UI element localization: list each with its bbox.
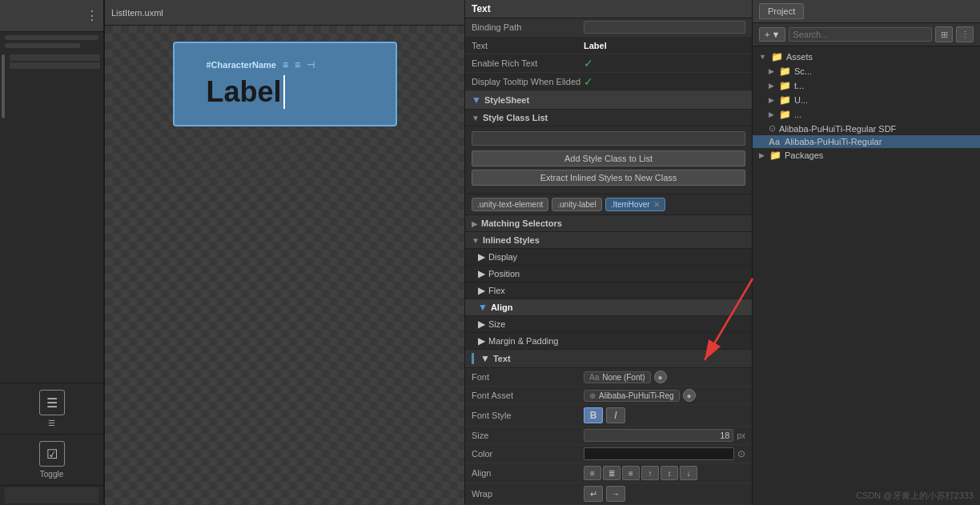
assets-folder[interactable]: ▼ 📁 Assets bbox=[753, 50, 980, 64]
wrap-btn-1[interactable]: ↵ bbox=[584, 486, 603, 502]
bold-toggle-btn[interactable]: B bbox=[584, 407, 603, 423]
project-options-btn[interactable]: ⋮ bbox=[956, 26, 974, 42]
add-style-class-btn[interactable]: Add Style Class to List bbox=[472, 150, 745, 166]
align-left-btn[interactable]: ≡ bbox=[584, 466, 601, 480]
align-right-btn[interactable]: ≡ bbox=[622, 466, 640, 480]
size-input[interactable] bbox=[584, 429, 733, 442]
margin-padding-header[interactable]: ▶ Margin & Padding bbox=[465, 333, 752, 349]
color-value: ⊙ bbox=[584, 447, 745, 460]
eyedropper-icon[interactable]: ⊙ bbox=[737, 448, 745, 459]
stylesheet-header[interactable]: ▼ StyleSheet bbox=[465, 91, 752, 110]
canvas-preview[interactable]: #CharacterName ≡ ≡ ⊣ Label bbox=[105, 26, 464, 505]
binding-path-value bbox=[584, 21, 745, 34]
element-header: #CharacterName ≡ ≡ ⊣ bbox=[207, 59, 315, 70]
font-value: Aa None (Font) ● bbox=[584, 371, 745, 383]
class-tag-close-icon[interactable]: ✕ bbox=[653, 200, 660, 209]
italic-toggle-btn[interactable]: I bbox=[606, 407, 625, 423]
style-class-list-header[interactable]: ▼ Style Class List bbox=[465, 110, 752, 126]
display-header[interactable]: ▶ Display bbox=[465, 249, 752, 265]
align-center-btn[interactable]: ≣ bbox=[603, 466, 621, 480]
dots-menu-icon[interactable]: ⋮ bbox=[86, 8, 98, 23]
canvas-filename: ListItem.uxml bbox=[111, 8, 163, 18]
align-bot-btn[interactable]: ↓ bbox=[680, 466, 697, 480]
align-row: Align ≡ ≣ ≡ ↑ ↕ ↓ bbox=[465, 463, 752, 483]
assets-child-4[interactable]: ▶ 📁 ... bbox=[753, 107, 980, 122]
project-add-chevron: ▼ bbox=[771, 30, 780, 39]
size-title: Size bbox=[488, 319, 505, 329]
watermark-text: CSDN @牙膏上的小苏打2333 bbox=[753, 483, 980, 505]
align-mid-btn[interactable]: ↕ bbox=[661, 466, 678, 480]
display-subsection: ▶ Display bbox=[465, 249, 752, 266]
align-icon-1: ≡ bbox=[283, 59, 288, 70]
flex-title: Flex bbox=[488, 286, 505, 295]
listview-tab[interactable]: ☰ ☰ bbox=[0, 383, 103, 435]
alibaba-font-label: Alibaba-PuHuiTi-Regular bbox=[785, 137, 882, 146]
text-section-chevron: ▼ bbox=[480, 353, 490, 364]
project-tree[interactable]: ▼ 📁 Assets ▶ 📁 Sc... ▶ 📁 t... ▶ 📁 U... ▶ bbox=[753, 46, 980, 483]
project-tab[interactable]: Project bbox=[759, 3, 804, 19]
class-tag-unity-text[interactable]: .unity-text-element bbox=[472, 198, 548, 211]
child4-folder-icon: 📁 bbox=[779, 109, 791, 120]
position-header[interactable]: ▶ Position bbox=[465, 266, 752, 282]
inlined-styles-header[interactable]: ▼ Inlined Styles bbox=[465, 232, 752, 249]
wrap-row: Wrap ↵ → bbox=[465, 483, 752, 505]
toggle-tab[interactable]: ☑ Toggle bbox=[0, 435, 103, 486]
class-tag-itemhover[interactable]: .ItemHover ✕ bbox=[605, 198, 665, 211]
font-circle-btn[interactable]: ● bbox=[654, 371, 667, 383]
matching-selectors-header[interactable]: ▶ Matching Selectors bbox=[465, 215, 752, 232]
color-row: Color ⊙ bbox=[465, 445, 752, 463]
align-chevron: ▼ bbox=[478, 302, 488, 313]
label-element[interactable]: #CharacterName ≡ ≡ ⊣ Label bbox=[173, 42, 397, 126]
color-swatch-container: ⊙ bbox=[584, 447, 745, 460]
size-header[interactable]: ▶ Size bbox=[465, 316, 752, 332]
flex-header[interactable]: ▶ Flex bbox=[465, 283, 752, 299]
extract-inlined-btn[interactable]: Extract Inlined Styles to New Class bbox=[472, 170, 745, 186]
class-tag-unity-label[interactable]: .unity-label bbox=[552, 198, 601, 211]
project-add-btn[interactable]: + ▼ bbox=[759, 27, 785, 42]
left-top-bar: ⋮ bbox=[0, 0, 103, 32]
font-pill[interactable]: Aa None (Font) bbox=[584, 371, 651, 383]
align-icon-2: ≡ bbox=[295, 59, 300, 70]
style-class-input[interactable] bbox=[472, 131, 745, 146]
stylesheet-chevron-icon: ▼ bbox=[472, 94, 481, 106]
enable-rich-text-value: ✓ bbox=[584, 57, 745, 70]
tree-row-2 bbox=[10, 62, 100, 69]
assets-child-3[interactable]: ▶ 📁 U... bbox=[753, 93, 980, 107]
project-search-input[interactable] bbox=[789, 27, 932, 42]
font-style-buttons: B I bbox=[584, 407, 745, 423]
assets-child-2[interactable]: ▶ 📁 t... bbox=[753, 78, 980, 93]
listview-label: ☰ bbox=[48, 419, 55, 427]
bold-icon: B bbox=[590, 410, 597, 421]
class-tag-unity-text-label: .unity-text-element bbox=[477, 200, 543, 209]
font-asset-pill[interactable]: ⊕ Alibaba-PuHuiTi-Reg bbox=[584, 390, 680, 402]
watermark-area: CSDN @牙膏上的小苏打2333 bbox=[753, 483, 980, 505]
display-title: Display bbox=[488, 252, 517, 262]
color-swatch[interactable] bbox=[584, 447, 734, 460]
align-top-btn[interactable]: ↑ bbox=[641, 466, 659, 480]
hierarchy-content bbox=[6, 51, 103, 383]
wrap-btn-2[interactable]: → bbox=[606, 486, 625, 502]
enable-rich-text-check[interactable]: ✓ bbox=[584, 57, 593, 70]
inspector-title: Text bbox=[472, 3, 491, 14]
packages-chevron-icon: ▶ bbox=[759, 151, 765, 159]
packages-folder[interactable]: ▶ 📁 Packages bbox=[753, 148, 980, 162]
font-label: Font bbox=[472, 372, 584, 382]
display-tooltip-check[interactable]: ✓ bbox=[584, 75, 593, 88]
text-section-header[interactable]: ▼ Text bbox=[465, 350, 752, 368]
font-asset-circle-btn[interactable]: ● bbox=[683, 389, 696, 402]
class-tags-container: .unity-text-element .unity-label .ItemHo… bbox=[465, 194, 752, 215]
inspector-content[interactable]: Binding Path Text Label Enable Rich Text… bbox=[465, 18, 752, 505]
scroll-bar[interactable] bbox=[2, 54, 5, 118]
element-id: #CharacterName bbox=[207, 60, 276, 70]
size-label: Size bbox=[472, 431, 584, 440]
assets-child-1[interactable]: ▶ 📁 Sc... bbox=[753, 64, 980, 78]
font-style-toggle-group: B I bbox=[584, 407, 625, 423]
binding-path-input[interactable] bbox=[584, 21, 745, 34]
alibaba-sdf-item[interactable]: ⊙ Alibaba-PuHuiTi-Regular SDF bbox=[753, 122, 980, 135]
project-grid-btn[interactable]: ⊞ bbox=[935, 26, 953, 42]
alibaba-font-item[interactable]: Aa Alibaba-PuHuiTi-Regular bbox=[753, 135, 980, 148]
align-header[interactable]: ▼ Align bbox=[465, 299, 752, 315]
text-section: ▼ Text Font Aa None (Font) ● bbox=[465, 350, 752, 505]
binding-path-label: Binding Path bbox=[472, 22, 584, 32]
alibaba-font-aa-icon: Aa bbox=[769, 137, 780, 146]
